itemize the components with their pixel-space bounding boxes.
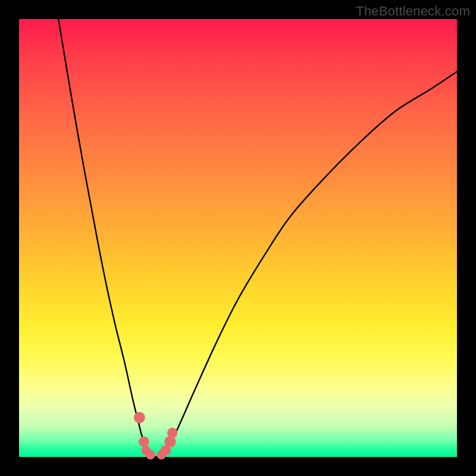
curve-layer [58, 19, 457, 457]
marker-point [167, 428, 177, 438]
attribution-watermark: TheBottleneck.com [356, 4, 470, 19]
marker-point [139, 437, 149, 447]
series-right-branch [164, 71, 457, 457]
marker-layer [134, 412, 177, 459]
plot-area [19, 19, 457, 457]
marker-point [134, 412, 145, 423]
chart-frame: TheBottleneck.com [0, 0, 476, 476]
series-left-branch [58, 19, 151, 457]
marker-point [146, 450, 155, 459]
chart-svg [19, 19, 457, 457]
